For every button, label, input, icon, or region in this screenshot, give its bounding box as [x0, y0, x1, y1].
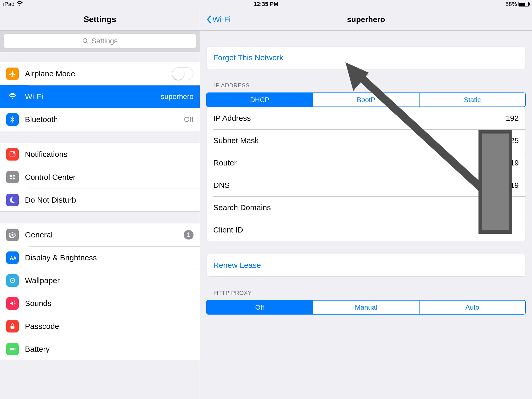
sidebar-item-label: Notifications	[25, 150, 67, 159]
clock: 12:35 PM	[254, 1, 278, 8]
sidebar-item-label: Airplane Mode	[25, 69, 75, 78]
ip-row-dns[interactable]: DNS 19	[207, 174, 526, 196]
proxy-segmented[interactable]: Off Manual Auto	[206, 300, 526, 315]
sidebar-header: Settings	[0, 8, 200, 31]
seg-proxy-auto[interactable]: Auto	[419, 301, 525, 314]
sidebar-item-label: Bluetooth	[25, 115, 58, 124]
ip-row-router[interactable]: Router 19	[207, 152, 526, 174]
ip-row-address[interactable]: IP Address 192	[207, 107, 526, 129]
airplane-icon	[6, 68, 19, 80]
sidebar-item-value: Off	[184, 115, 194, 124]
wifi-status-icon	[17, 1, 23, 8]
ip-mode-segmented[interactable]: DHCP BootP Static	[206, 92, 526, 107]
badge: 1	[184, 230, 194, 240]
sidebar-item-value: superhero	[161, 92, 194, 101]
seg-static[interactable]: Static	[419, 93, 525, 107]
renew-lease-button[interactable]: Renew Lease	[207, 254, 526, 276]
display-icon: AA	[6, 251, 19, 264]
battery-percent: 58%	[506, 1, 517, 8]
detail-title: superhero	[347, 15, 385, 24]
sidebar-item-display[interactable]: AA Display & Brightness	[0, 246, 200, 269]
sidebar-item-label: Do Not Disturb	[25, 196, 76, 204]
airplane-toggle[interactable]	[172, 67, 194, 80]
seg-dhcp[interactable]: DHCP	[207, 93, 312, 107]
sounds-icon	[6, 297, 19, 310]
sidebar-item-label: Wallpaper	[25, 276, 60, 285]
svg-point-0	[83, 38, 87, 42]
battery-icon	[518, 2, 529, 6]
sidebar-item-sounds[interactable]: Sounds	[0, 292, 200, 315]
sidebar-item-wifi[interactable]: Wi-Fi superhero	[0, 85, 200, 108]
ip-address-value: 192	[506, 114, 519, 123]
sidebar-item-controlcenter[interactable]: Control Center	[0, 166, 200, 189]
ip-row-subnet[interactable]: Subnet Mask 255.25	[207, 129, 526, 152]
ip-row-client-id[interactable]: Client ID	[207, 219, 526, 241]
svg-text:AA: AA	[10, 256, 16, 261]
chevron-left-icon	[206, 15, 211, 24]
battery-icon	[6, 343, 19, 355]
svg-point-4	[10, 175, 12, 177]
back-button[interactable]: Wi-Fi	[206, 15, 231, 24]
sidebar-item-passcode[interactable]: Passcode	[0, 315, 200, 338]
search-icon	[82, 38, 89, 44]
sidebar-item-label: General	[25, 230, 53, 239]
seg-bootp[interactable]: BootP	[312, 93, 419, 107]
svg-point-7	[13, 177, 15, 179]
sidebar-item-battery[interactable]: Battery	[0, 338, 200, 361]
sidebar-item-label: Wi-Fi	[25, 92, 43, 101]
redaction-box	[478, 130, 512, 234]
lock-icon	[6, 320, 19, 332]
sidebar-item-label: Control Center	[25, 173, 76, 182]
forget-network-button[interactable]: Forget This Network	[207, 46, 526, 69]
control-center-icon	[6, 171, 19, 183]
device-label: iPad	[3, 1, 15, 8]
sidebar-item-general[interactable]: General 1	[0, 223, 200, 246]
svg-line-1	[86, 42, 88, 44]
sidebar-item-dnd[interactable]: Do Not Disturb	[0, 189, 200, 211]
svg-rect-5	[13, 175, 15, 177]
seg-proxy-off[interactable]: Off	[207, 301, 312, 314]
search-input[interactable]: Settings	[4, 34, 196, 48]
sidebar-item-label: Sounds	[25, 299, 51, 308]
sidebar-item-bluetooth[interactable]: Bluetooth Off	[0, 108, 200, 131]
back-label: Wi-Fi	[212, 15, 231, 24]
svg-point-3	[13, 152, 15, 154]
gear-icon	[6, 229, 19, 241]
svg-point-8	[11, 234, 14, 236]
sidebar-item-airplane[interactable]: Airplane Mode	[0, 62, 200, 85]
svg-rect-12	[11, 326, 15, 329]
search-placeholder: Settings	[91, 37, 118, 45]
wallpaper-icon	[6, 274, 19, 287]
sidebar-item-wallpaper[interactable]: Wallpaper	[0, 269, 200, 292]
notifications-icon	[6, 148, 19, 161]
sidebar-title: Settings	[83, 15, 116, 24]
svg-rect-14	[15, 349, 16, 350]
wifi-icon	[6, 90, 19, 103]
proxy-section-label: HTTP PROXY	[214, 290, 526, 296]
sidebar-item-label: Passcode	[25, 322, 59, 331]
seg-proxy-manual[interactable]: Manual	[312, 301, 419, 314]
moon-icon	[6, 194, 19, 206]
ip-section-label: IP ADDRESS	[214, 82, 526, 89]
sidebar-item-label: Battery	[25, 345, 50, 354]
ip-row-search-domains[interactable]: Search Domains	[207, 196, 526, 219]
bluetooth-icon	[6, 113, 19, 126]
svg-rect-6	[10, 178, 12, 179]
status-bar: iPad 12:35 PM 58%	[0, 0, 532, 8]
sidebar-item-label: Display & Brightness	[25, 253, 97, 262]
svg-rect-13	[10, 348, 15, 350]
sidebar-item-notifications[interactable]: Notifications	[0, 143, 200, 166]
settings-sidebar: Settings Settings Airplane Mode	[0, 8, 200, 399]
